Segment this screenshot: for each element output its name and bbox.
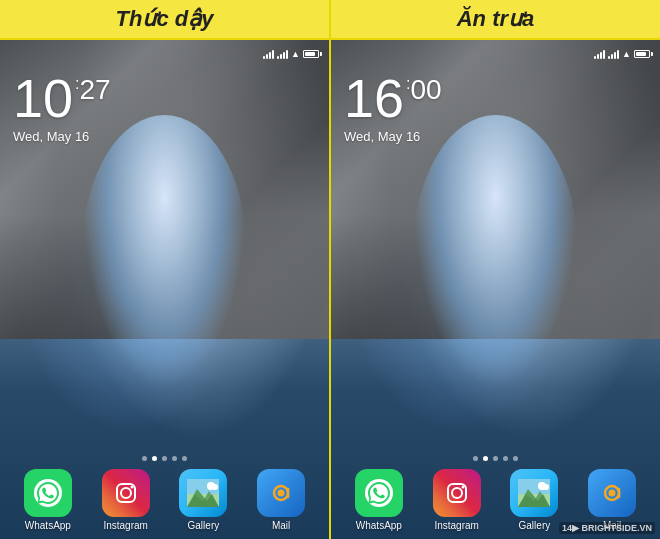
right-signal-bar2 xyxy=(608,49,619,59)
right-dot-2 xyxy=(483,456,488,461)
left-gallery-icon xyxy=(179,469,227,517)
left-status-icons: ▲ xyxy=(263,49,319,59)
left-status-bar: ▲ xyxy=(5,45,324,63)
right-instagram-icon xyxy=(433,469,481,517)
left-dot-3 xyxy=(162,456,167,461)
left-app-gallery[interactable]: Gallery xyxy=(176,469,231,531)
right-dot-5 xyxy=(513,456,518,461)
right-clock-date: Wed, May 16 xyxy=(344,129,655,144)
right-phone-content: ▲ 16 :00 Wed, May 16 xyxy=(331,40,660,539)
right-clock-area: 16 :00 Wed, May 16 xyxy=(336,71,655,144)
right-battery-icon xyxy=(634,50,650,58)
left-app-instagram[interactable]: Instagram xyxy=(98,469,153,531)
left-app-mail[interactable]: Mail xyxy=(254,469,309,531)
right-clock-hours: 16 xyxy=(344,71,404,125)
left-phone-panel: ▲ 10 :27 Wed, May 16 xyxy=(0,40,331,539)
right-clock-minutes: :00 xyxy=(406,76,442,104)
right-clock-time: 16 :00 xyxy=(344,71,655,125)
left-clock-minutes: :27 xyxy=(75,76,111,104)
left-dot-2 xyxy=(152,456,157,461)
right-wifi-icon: ▲ xyxy=(622,49,631,59)
left-clock-hours: 10 xyxy=(13,71,73,125)
left-mail-icon xyxy=(257,469,305,517)
svg-point-9 xyxy=(212,484,218,490)
left-dot-4 xyxy=(172,456,177,461)
left-phone-content: ▲ 10 :27 Wed, May 16 xyxy=(0,40,329,539)
right-signal-bar xyxy=(594,49,605,59)
svg-point-2 xyxy=(121,488,131,498)
right-dot-3 xyxy=(493,456,498,461)
left-instagram-label: Instagram xyxy=(103,520,147,531)
left-clock-time: 10 :27 xyxy=(13,71,324,125)
left-app-icons-row: WhatsApp Instagram xyxy=(5,469,324,531)
svg-point-16 xyxy=(461,486,464,489)
top-bar: Thức dậy Ăn trưa xyxy=(0,0,660,40)
svg-point-3 xyxy=(130,486,133,489)
right-app-instagram[interactable]: Instagram xyxy=(429,469,484,531)
left-clock-date: Wed, May 16 xyxy=(13,129,324,144)
svg-point-24 xyxy=(609,490,616,497)
right-status-icons: ▲ xyxy=(594,49,650,59)
right-gallery-label: Gallery xyxy=(519,520,551,531)
right-whatsapp-icon xyxy=(355,469,403,517)
svg-point-11 xyxy=(278,490,285,497)
left-dot-5 xyxy=(182,456,187,461)
right-mail-icon xyxy=(588,469,636,517)
right-dot-4 xyxy=(503,456,508,461)
left-whatsapp-icon xyxy=(24,469,72,517)
left-clock-area: 10 :27 Wed, May 16 xyxy=(5,71,324,144)
left-gallery-label: Gallery xyxy=(188,520,220,531)
right-app-whatsapp[interactable]: WhatsApp xyxy=(351,469,406,531)
left-wifi-icon: ▲ xyxy=(291,49,300,59)
right-status-bar: ▲ xyxy=(336,45,655,63)
left-signal-bar2 xyxy=(277,49,288,59)
right-label: Ăn trưa xyxy=(331,0,660,38)
right-whatsapp-label: WhatsApp xyxy=(356,520,402,531)
left-dot-1 xyxy=(142,456,147,461)
left-app-dots xyxy=(5,456,324,461)
left-mail-label: Mail xyxy=(272,520,290,531)
watermark: 14▶ BRIGHTSIDE.VN xyxy=(559,522,655,534)
svg-point-15 xyxy=(452,488,462,498)
left-whatsapp-label: WhatsApp xyxy=(25,520,71,531)
main-container: Thức dậy Ăn trưa ▲ xyxy=(0,0,660,539)
right-gallery-icon xyxy=(510,469,558,517)
right-app-gallery[interactable]: Gallery xyxy=(507,469,562,531)
phones-area: ▲ 10 :27 Wed, May 16 xyxy=(0,40,660,539)
right-instagram-label: Instagram xyxy=(434,520,478,531)
right-app-dots xyxy=(336,456,655,461)
left-signal-bar xyxy=(263,49,274,59)
right-dot-1 xyxy=(473,456,478,461)
left-instagram-icon xyxy=(102,469,150,517)
left-app-whatsapp[interactable]: WhatsApp xyxy=(20,469,75,531)
left-apps-area: WhatsApp Instagram xyxy=(5,456,324,539)
left-battery-icon xyxy=(303,50,319,58)
svg-point-22 xyxy=(543,484,549,490)
right-phone-panel: ▲ 16 :00 Wed, May 16 xyxy=(331,40,660,539)
left-label: Thức dậy xyxy=(0,0,331,38)
